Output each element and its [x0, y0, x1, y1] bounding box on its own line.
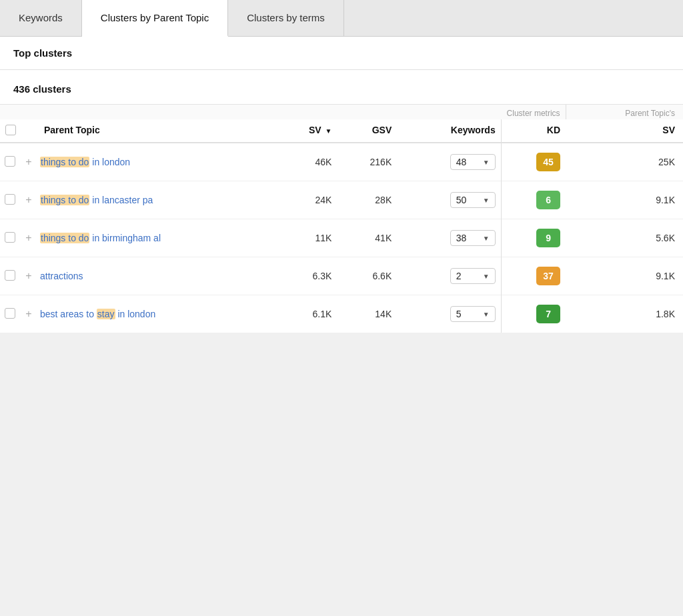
row-checkbox[interactable]: [5, 156, 15, 167]
highlight-orange: stay: [97, 309, 115, 319]
row-expand-button[interactable]: +: [20, 219, 37, 257]
kd-cell: 45: [501, 143, 566, 181]
empty-group-cell: [0, 105, 337, 119]
row-checkbox-cell[interactable]: [0, 219, 20, 257]
kd-badge: 45: [536, 153, 560, 171]
row-checkbox-cell[interactable]: [0, 143, 20, 181]
parent-sv-value: 1.8K: [566, 295, 683, 333]
topic-link[interactable]: attractions: [40, 271, 83, 281]
row-checkbox-cell[interactable]: [0, 257, 20, 295]
gsv-value: 41K: [337, 219, 397, 257]
sv-value: 24K: [275, 181, 337, 219]
sv-value: 46K: [275, 143, 337, 181]
dropdown-arrow-icon: ▼: [483, 235, 490, 242]
highlight-orange: things to do: [40, 195, 89, 205]
table-row: +things to do in london46K216K48▼4525K: [0, 143, 683, 181]
parent-sv-value: 5.6K: [566, 219, 683, 257]
select-all-checkbox-col[interactable]: [0, 119, 20, 143]
kd-col-header: KD: [501, 119, 566, 143]
keywords-cell[interactable]: 5▼: [397, 295, 501, 333]
topic-link[interactable]: things to do in birmingham al: [40, 233, 161, 243]
cluster-count: 436 clusters: [0, 70, 683, 105]
keywords-cell[interactable]: 50▼: [397, 181, 501, 219]
kd-badge: 6: [536, 191, 560, 209]
keywords-dropdown[interactable]: 2▼: [450, 268, 496, 284]
kd-badge: 7: [536, 305, 560, 323]
col-header-row: Parent Topic SV ▼ GSV Keywords KD SV: [0, 119, 683, 143]
keywords-cell[interactable]: 48▼: [397, 143, 501, 181]
topic-text: in lancaster pa: [89, 195, 153, 205]
tab-clusters-parent[interactable]: Clusters by Parent Topic: [82, 0, 228, 37]
row-checkbox-cell[interactable]: [0, 181, 20, 219]
gsv-value: 6.6K: [337, 257, 397, 295]
parent-topic-cell[interactable]: things to do in birmingham al: [37, 219, 275, 257]
keywords-cell[interactable]: 38▼: [397, 219, 501, 257]
row-checkbox[interactable]: [5, 232, 15, 243]
sv-value: 6.1K: [275, 295, 337, 333]
keywords-dropdown[interactable]: 50▼: [450, 192, 496, 208]
topic-link[interactable]: things to do in london: [40, 157, 130, 167]
keywords-value: 38: [456, 233, 467, 243]
topic-text: in london: [115, 309, 156, 319]
parent-topic-col-header: Parent Topic: [37, 119, 275, 143]
dropdown-arrow-icon: ▼: [483, 311, 490, 318]
sv-value: 11K: [275, 219, 337, 257]
parent-sv-value: 25K: [566, 143, 683, 181]
expand-col-header: [20, 119, 37, 143]
table-row: +best areas to stay in london6.1K14K5▼71…: [0, 295, 683, 333]
parent-sv-col-header: SV: [566, 119, 683, 143]
parent-topic-cell[interactable]: things to do in london: [37, 143, 275, 181]
tab-clusters-terms[interactable]: Clusters by terms: [228, 0, 344, 36]
gsv-col-header: GSV: [337, 119, 397, 143]
tab-keywords[interactable]: Keywords: [0, 0, 82, 36]
parent-topic-cell[interactable]: best areas to stay in london: [37, 295, 275, 333]
keywords-value: 48: [456, 157, 467, 167]
parent-topic-cell[interactable]: attractions: [37, 257, 275, 295]
kd-badge: 9: [536, 229, 560, 247]
select-all-checkbox[interactable]: [5, 125, 16, 135]
topic-text: in birmingham al: [89, 233, 161, 243]
dropdown-arrow-icon: ▼: [483, 159, 490, 166]
clusters-table: Cluster metrics Parent Topic's Parent To…: [0, 105, 683, 333]
keywords-dropdown[interactable]: 38▼: [450, 230, 496, 246]
row-checkbox-cell[interactable]: [0, 295, 20, 333]
row-checkbox[interactable]: [5, 194, 15, 205]
keywords-col-header: Keywords: [397, 119, 501, 143]
kd-cell: 9: [501, 219, 566, 257]
topic-link[interactable]: things to do in lancaster pa: [40, 195, 153, 205]
row-checkbox[interactable]: [5, 270, 15, 281]
topic-text: attractions: [40, 271, 83, 281]
gsv-value: 28K: [337, 181, 397, 219]
kd-cell: 6: [501, 181, 566, 219]
highlight-orange: things to do: [40, 157, 89, 167]
row-expand-button[interactable]: +: [20, 181, 37, 219]
keywords-value: 50: [456, 195, 467, 205]
kd-badge: 37: [536, 267, 560, 285]
row-expand-button[interactable]: +: [20, 257, 37, 295]
parent-sv-value: 9.1K: [566, 257, 683, 295]
keywords-dropdown[interactable]: 48▼: [450, 154, 496, 170]
parent-sv-value: 9.1K: [566, 181, 683, 219]
keywords-value: 2: [456, 271, 462, 281]
parent-topic-cell[interactable]: things to do in lancaster pa: [37, 181, 275, 219]
highlight-orange: things to do: [40, 233, 89, 243]
kd-cell: 7: [501, 295, 566, 333]
table-row: +things to do in birmingham al11K41K38▼9…: [0, 219, 683, 257]
row-checkbox[interactable]: [5, 308, 15, 319]
kd-cell: 37: [501, 257, 566, 295]
sv-sort-icon: ▼: [325, 127, 331, 135]
keywords-cell[interactable]: 2▼: [397, 257, 501, 295]
sv-value: 6.3K: [275, 257, 337, 295]
gsv-value: 216K: [337, 143, 397, 181]
row-expand-button[interactable]: +: [20, 295, 37, 333]
keywords-dropdown[interactable]: 5▼: [450, 306, 496, 322]
group-header-row: Cluster metrics Parent Topic's: [0, 105, 683, 119]
sv-col-header[interactable]: SV ▼: [275, 119, 337, 143]
topic-text: best areas to: [40, 309, 94, 319]
row-expand-button[interactable]: +: [20, 143, 37, 181]
dropdown-arrow-icon: ▼: [483, 273, 490, 280]
parent-topics-label: Parent Topic's: [566, 105, 683, 119]
gsv-value: 14K: [337, 295, 397, 333]
topic-link[interactable]: best areas to stay in london: [40, 309, 155, 319]
table-row: +attractions6.3K6.6K2▼379.1K: [0, 257, 683, 295]
